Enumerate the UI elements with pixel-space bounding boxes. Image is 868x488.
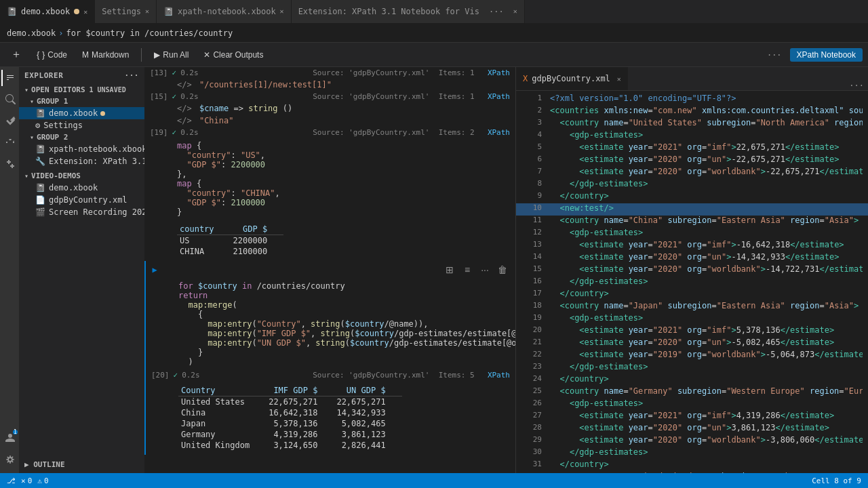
activity-search[interactable] — [1, 92, 18, 108]
breadcrumb-file[interactable]: demo.xbook — [7, 28, 56, 38]
file-icon: 📓 — [7, 7, 17, 16]
notebook-icon: 📓 — [35, 183, 45, 192]
line-content: <estimate year="2021" org="imf">5,378,13… — [550, 325, 863, 335]
video-demos-header[interactable]: ▾ VIDEO-DEMOS — [19, 170, 144, 182]
xml-tab-bar: X gdpByCountry.xml ✕ ··· — [516, 67, 868, 91]
cell-country: United States — [178, 396, 266, 408]
check-icon: ✓ — [172, 92, 177, 101]
line-number: 19 — [521, 313, 542, 322]
outline-header[interactable]: ▶ OUTLINE — [19, 456, 144, 473]
line-content: <gdp-estimates> — [550, 228, 863, 237]
code-button[interactable]: { } Code — [31, 47, 73, 62]
cell-19-code: map { "country": "US", "GDP $": 2200000 … — [144, 138, 515, 220]
tab-demo-xbook[interactable]: 📓 demo.xbook ✕ — [0, 0, 95, 23]
cell-source: Source: 'gdpByCountry.xml' Items: 1 — [313, 68, 484, 77]
line-content: </country> — [550, 289, 863, 298]
xml-line-11: 11 <country name="China" subregion="East… — [516, 216, 868, 228]
line-number: 31 — [521, 460, 542, 468]
xpath-link[interactable]: XPath — [488, 92, 510, 101]
xpath-link[interactable]: XPath — [488, 128, 510, 137]
xml-line-7: 7 <estimate year="2020" org="worldbank">… — [516, 167, 868, 179]
delete-cell-button[interactable]: 🗑 — [495, 262, 510, 277]
line-number: 9 — [521, 191, 542, 200]
notebook-panel[interactable]: [13] ✓ 0.2s Source: 'gdpByCountry.xml' I… — [144, 67, 515, 473]
more-button[interactable]: ··· — [477, 262, 492, 277]
line-content: <estimate year="2020" org="worldbank">-1… — [550, 264, 863, 274]
activity-extensions[interactable] — [1, 157, 18, 173]
sidebar-item-settings[interactable]: ⚙ Settings — [19, 119, 144, 131]
xml-line-30: 30 </gdp-estimates> — [516, 447, 868, 460]
line-content: <country name="Germany" subregion="Weste… — [550, 386, 863, 396]
add-button[interactable]: ＋ — [5, 45, 27, 64]
tab-close[interactable]: ✕ — [280, 7, 284, 15]
code-icon: { } — [37, 49, 45, 60]
warning-count[interactable]: ⚠ 0 — [37, 476, 48, 485]
cell-imf: 5,378,136 — [266, 418, 334, 429]
cell-gdp: 2200000 — [231, 235, 284, 247]
grid-view-button[interactable]: ⊞ — [442, 262, 457, 277]
clear-outputs-button[interactable]: ✕ Clear Outputs — [198, 48, 269, 62]
xml-tab-actions[interactable]: ··· — [845, 81, 868, 90]
breadcrumb-path[interactable]: for $country in /countries/country — [66, 28, 233, 38]
cell-20-run-bar: [20] ✓ 0.2s Source: 'gdpByCountry.xml' I… — [146, 369, 515, 381]
cell-15-code: </> $cname => string () — [144, 102, 515, 115]
sidebar-item-extension[interactable]: 🔧 Extension: XPath 3.1 N... — [19, 155, 144, 167]
tab-extension-xpath[interactable]: Extension: XPath 3.1 Notebook for Vis ··… — [292, 0, 525, 23]
cell-country: United Kingdom — [178, 440, 266, 451]
cell-imf: 4,319,286 — [266, 429, 334, 440]
xml-line-14: 14 <estimate year="2020" org="un">-14,34… — [516, 252, 868, 264]
cell-15-output: </> "China" — [144, 115, 515, 127]
xpath-link[interactable]: XPath — [488, 371, 510, 380]
error-icon: ✕ — [21, 476, 26, 485]
activity-debug[interactable] — [1, 135, 18, 151]
tab-close[interactable]: ✕ — [145, 7, 149, 15]
line-number: 4 — [521, 130, 542, 139]
line-content: </gdp-estimates> — [550, 277, 863, 286]
run-cell-button[interactable]: ▶ — [149, 264, 161, 276]
xml-tab-gdp[interactable]: X gdpByCountry.xml ✕ — [516, 67, 628, 90]
error-count[interactable]: ✕ 0 — [21, 476, 32, 485]
markdown-button[interactable]: M Markdown — [77, 48, 134, 62]
tab-close[interactable]: ✕ — [513, 7, 517, 15]
cell-15: [15] ✓ 0.2s Source: 'gdpByCountry.xml' I… — [144, 91, 515, 127]
list-view-button[interactable]: ≡ — [460, 262, 475, 277]
activity-git[interactable] — [1, 113, 18, 129]
xpath-link[interactable]: XPath — [488, 68, 510, 77]
line-number: 25 — [521, 386, 542, 395]
tab-settings[interactable]: Settings ✕ — [95, 0, 157, 23]
xml-line-28: 28 <estimate year="2020" org="un">3,861,… — [516, 423, 868, 435]
activity-account[interactable]: 1 — [1, 430, 18, 446]
more-icon[interactable]: ··· — [849, 81, 864, 90]
arrow-icon: ▶ — [24, 460, 29, 469]
warning-icon: ⚠ — [37, 476, 42, 485]
run-all-button[interactable]: ▶ Run All — [149, 48, 194, 62]
toolbar-more[interactable]: ··· — [763, 50, 786, 60]
activity-settings[interactable] — [1, 451, 18, 468]
xml-content[interactable]: 1 <?xml version="1.0" encoding="UTF-8"?>… — [516, 91, 868, 473]
toolbar: ＋ { } Code M Markdown ▶ Run All ✕ Clear … — [0, 43, 868, 67]
sidebar-more[interactable]: ··· — [124, 71, 139, 80]
open-editors-header[interactable]: ▾ OPEN EDITORS 1 UNSAVED — [19, 84, 144, 96]
unsaved-badge: 1 UNSAVED — [90, 86, 126, 94]
activity-explorer[interactable] — [1, 70, 18, 86]
xml-line-1: 1 <?xml version="1.0" encoding="UTF-8"?> — [516, 94, 868, 106]
line-content: <gdp-estimates> — [550, 313, 863, 323]
sidebar-item-demo-xbook[interactable]: 📓 demo.xbook — [19, 107, 144, 119]
sidebar-item-gdp-xml[interactable]: 📄 gdpByCountry.xml — [19, 194, 144, 206]
cell-19-output: countryGDP $ US2200000 CHINA2100000 — [144, 220, 515, 261]
group1-header[interactable]: ▾ GROUP 1 — [19, 96, 144, 107]
tab-close[interactable]: ✕ — [83, 8, 87, 16]
tab-xpath-notebook[interactable]: 📓 xpath-notebook.xbook ✕ — [157, 0, 292, 23]
sidebar-item-screen-recording[interactable]: 🎬 Screen Recording 2021-08-... — [19, 206, 144, 218]
sidebar-item-demo-xbook-video[interactable]: 📓 demo.xbook — [19, 182, 144, 194]
clear-icon: ✕ — [203, 50, 210, 60]
xml-tab-close[interactable]: ✕ — [617, 75, 621, 83]
tab-more[interactable]: ··· — [484, 0, 509, 23]
xml-line-15: 15 <estimate year="2020" org="worldbank"… — [516, 264, 868, 277]
xpath-notebook-button[interactable]: XPath Notebook — [790, 48, 863, 62]
cell-13-run-bar: [13] ✓ 0.2s Source: 'gdpByCountry.xml' I… — [144, 67, 515, 79]
sidebar-item-xpath-notebook[interactable]: 📓 xpath-notebook.xbook... — [19, 143, 144, 155]
group2-header[interactable]: ▾ GROUP 2 — [19, 131, 144, 143]
line-content: <gdp-estimates> — [550, 130, 863, 140]
table-row: Japan5,378,1365,082,465 — [178, 418, 402, 429]
